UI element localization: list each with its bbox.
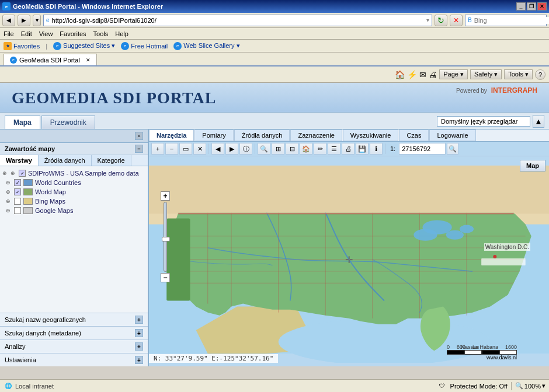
back-button[interactable]: ◀ (2, 15, 15, 26)
section-search-geo[interactable]: Szukaj nazw geograficznych + (0, 313, 148, 326)
layer-checkbox-world-map[interactable]: ✓ (14, 188, 21, 195)
list-item[interactable]: ⊕ ✓ World Map (0, 187, 148, 197)
layer-checkbox-google[interactable] (14, 207, 21, 214)
menu-view[interactable]: View (39, 30, 53, 37)
map-area[interactable]: Narzędzia Pomiary Źródła danych Zaznacze… (149, 130, 549, 366)
search-geo-expand-icon[interactable]: + (135, 316, 143, 324)
tab-kategorie[interactable]: Kategorie (92, 155, 131, 166)
scale-search-button[interactable]: 🔍 (447, 143, 458, 155)
tab-close-icon[interactable]: ✕ (86, 57, 91, 63)
map-view-button[interactable]: Map (520, 160, 545, 172)
zoom-out-button[interactable]: − (165, 143, 178, 155)
menu-file[interactable]: File (4, 30, 14, 37)
layer-tabs: Warstwy Źródła danych Kategorie (0, 155, 148, 166)
list-item[interactable]: ⊕ Bing Maps (0, 197, 148, 206)
search-data-expand-icon[interactable]: + (135, 329, 143, 337)
list-item[interactable]: ⊕ ⊕ ✓ SDIProWMS - USA Sample demo data (0, 169, 148, 178)
help-button[interactable]: ? (535, 69, 545, 80)
menu-edit[interactable]: Edit (21, 30, 32, 37)
export-button[interactable]: 💾 (356, 143, 369, 155)
section-analyzy[interactable]: Analizy + (0, 340, 148, 353)
home-icon[interactable]: 🏠 (395, 70, 405, 79)
suggested-sites[interactable]: e Suggested Sites ▾ (53, 42, 115, 50)
address-input[interactable] (52, 17, 424, 24)
mail-icon[interactable]: ✉ (419, 70, 426, 79)
page-button[interactable]: Page ▾ (439, 69, 468, 79)
map-tab-pomiary[interactable]: Pomiary (194, 130, 233, 141)
select-button[interactable]: ⊞ (272, 143, 284, 155)
zoom-thumb[interactable] (162, 237, 170, 242)
info-button[interactable]: ⓘ (239, 143, 252, 155)
stop-button[interactable]: ✕ (450, 15, 463, 26)
language-dropdown[interactable]: Domyślny język przeglądarki (437, 116, 530, 127)
language-select: Domyślny język przeglądarki ▲ (437, 115, 544, 128)
scale-input[interactable] (399, 143, 446, 155)
zoom-dropdown-icon[interactable]: ▾ (542, 382, 545, 390)
help-map-button[interactable]: ℹ (370, 143, 383, 155)
ie-tools-row: 🏠 ⚡ ✉ 🖨 Page ▾ Safety ▾ Tools ▾ ? (395, 69, 545, 80)
sidebar-collapse-button[interactable]: » (135, 132, 143, 140)
favorites-button[interactable]: ★ Favorites (4, 42, 40, 50)
edit-button[interactable]: ✏ (314, 143, 326, 155)
map-tab-zrodla[interactable]: Źródła danych (234, 130, 290, 141)
sidebar: » Zawartość mapy − Warstwy Źródła danych… (0, 130, 149, 366)
menu-help[interactable]: Help (115, 30, 128, 37)
feeds-icon[interactable]: ⚡ (407, 70, 417, 79)
refresh-button[interactable]: ↻ (435, 15, 447, 26)
tab-warstwy[interactable]: Warstwy (0, 155, 39, 166)
forward-button[interactable]: ▶ (18, 15, 30, 26)
zoom-out-slider-button[interactable]: − (161, 273, 170, 282)
app-title: GeoMedia SDI Portal (12, 89, 216, 107)
section-ustawienia[interactable]: Ustawienia + (0, 353, 148, 366)
menu-favorites[interactable]: Favorites (60, 30, 86, 37)
magnifier-button[interactable]: 🔍 (258, 143, 270, 155)
address-dropdown-icon[interactable]: ▾ (426, 17, 429, 23)
close-tool-button[interactable]: ✕ (193, 143, 206, 155)
search-input[interactable] (474, 17, 549, 24)
pan-left-button[interactable]: ◀ (211, 143, 224, 155)
tab-przewodnik[interactable]: Przewodnik (41, 116, 95, 129)
svg-rect-24 (481, 258, 526, 265)
map-tab-zaznaczenie[interactable]: Zaznaczenie (290, 130, 342, 141)
lang-arrow-up[interactable]: ▲ (533, 115, 544, 128)
status-lock-icon: 🌐 (4, 382, 13, 391)
zoom-in-slider-button[interactable]: + (161, 191, 170, 201)
dropdown-button[interactable]: ▾ (33, 15, 41, 26)
tab-mapa[interactable]: Mapa (5, 116, 40, 129)
zoom-in-button[interactable]: + (151, 143, 164, 155)
layer-checkbox-world-countries[interactable]: ✓ (14, 179, 21, 186)
browser-tab-geomedia[interactable]: e GeoMedia SDI Portal ✕ (4, 54, 97, 65)
web-slice-gallery[interactable]: e Web Slice Gallery ▾ (173, 42, 239, 50)
layer-name-bing: Bing Maps (35, 198, 65, 205)
analyzy-expand-icon[interactable]: + (135, 342, 143, 351)
ustawienia-expand-icon[interactable]: + (135, 356, 143, 364)
safety-button[interactable]: Safety ▾ (470, 69, 502, 79)
home-map-button[interactable]: 🏠 (300, 143, 312, 155)
tab-zrodla[interactable]: Źródła danych (39, 155, 92, 166)
map-tab-logowanie[interactable]: Logowanie (429, 130, 475, 141)
layer-checkbox-bing[interactable] (14, 198, 21, 205)
zoom-track[interactable] (164, 202, 167, 272)
close-button[interactable]: ✕ (537, 2, 547, 10)
zoom-extent-button[interactable]: ▭ (179, 143, 192, 155)
free-hotmail[interactable]: e Free Hotmail (121, 42, 168, 50)
print-icon[interactable]: 🖨 (429, 70, 437, 79)
map-tab-narzedzia[interactable]: Narzędzia (149, 130, 194, 141)
map-tab-wyszukiwanie[interactable]: Wyszukiwanie (343, 130, 399, 141)
list-item[interactable]: ⊕ Google Maps (0, 206, 148, 215)
content-collapse-button[interactable]: − (135, 145, 143, 153)
minimize-button[interactable]: _ (516, 2, 526, 10)
table-button[interactable]: ⊟ (286, 143, 298, 155)
menu-tools[interactable]: Tools (93, 30, 109, 37)
layer-checkbox-sdipro[interactable]: ✓ (19, 170, 26, 177)
print-map-button[interactable]: 🖨 (342, 143, 355, 155)
map-svg (149, 156, 549, 363)
pan-right-button[interactable]: ▶ (225, 143, 238, 155)
section-search-data[interactable]: Szukaj danych (metadane) + (0, 326, 148, 340)
map-tab-czas[interactable]: Czas (399, 130, 429, 141)
restore-button[interactable]: ❐ (527, 2, 536, 10)
bookmark-button[interactable]: ☰ (328, 143, 340, 155)
map-canvas[interactable]: Map Washington D.C. Nassau + − ✛ (149, 156, 549, 363)
tools-button[interactable]: Tools ▾ (504, 69, 533, 79)
list-item[interactable]: ⊕ ✓ World Countries (0, 178, 148, 187)
